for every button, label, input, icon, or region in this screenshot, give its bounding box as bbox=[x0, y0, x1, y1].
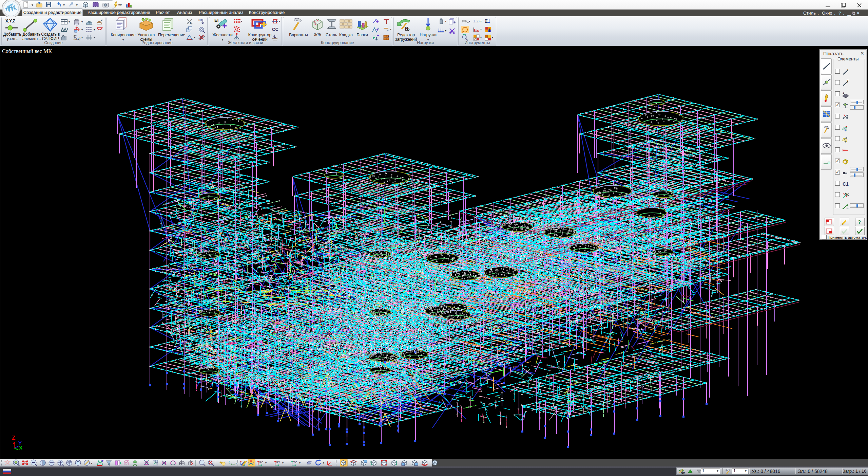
svg-text:P: P bbox=[387, 30, 388, 33]
svg-text:Σ: Σ bbox=[485, 18, 488, 24]
svg-text:f(x,y): f(x,y) bbox=[74, 37, 80, 40]
svg-text:1.2): 1.2) bbox=[473, 19, 480, 23]
svg-text:1.2: 1.2 bbox=[846, 206, 849, 209]
svg-text:C: C bbox=[474, 38, 476, 41]
svg-text:▾: ▾ bbox=[32, 3, 33, 7]
svg-text:No: No bbox=[681, 471, 685, 474]
svg-text:E: E bbox=[77, 461, 79, 465]
svg-text:L: L bbox=[229, 460, 231, 464]
svg-text:C1: C1 bbox=[843, 181, 849, 187]
svg-text:XY: XY bbox=[276, 460, 280, 464]
svg-text:?: ? bbox=[858, 219, 861, 225]
svg-text:▾: ▾ bbox=[76, 3, 78, 7]
svg-text:EI: EI bbox=[214, 18, 218, 23]
svg-text:T: T bbox=[847, 79, 849, 83]
svg-text:1: 1 bbox=[843, 91, 844, 94]
svg-text:▾: ▾ bbox=[63, 3, 65, 7]
svg-text:XZ: XZ bbox=[259, 460, 263, 464]
svg-text:£: £ bbox=[388, 35, 390, 38]
svg-text:X: X bbox=[19, 445, 22, 451]
svg-text:Z: Z bbox=[12, 435, 15, 441]
svg-text:N1: N1 bbox=[198, 18, 202, 22]
svg-text:X,Y,Z: X,Y,Z bbox=[5, 19, 15, 23]
svg-text:1: 1 bbox=[847, 69, 849, 72]
svg-text:YZ: YZ bbox=[293, 460, 297, 464]
svg-text:CC: CC bbox=[272, 27, 278, 32]
